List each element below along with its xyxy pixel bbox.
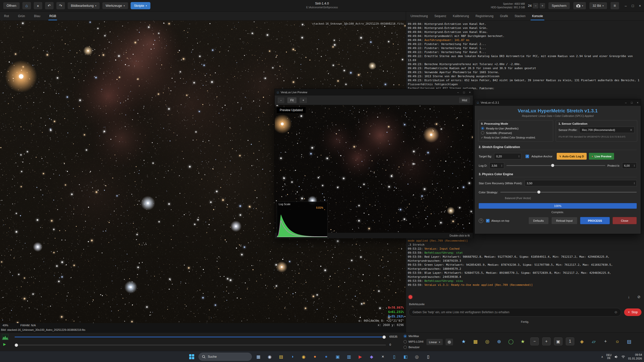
preview-hist-button[interactable]: Hist (459, 97, 470, 104)
gimp-icon[interactable]: ◎ (412, 352, 422, 361)
stepper-plus-button[interactable]: + (540, 3, 545, 9)
clear-console-icon[interactable]: ⊘ (637, 295, 640, 299)
task-view-icon[interactable]: ▦ (254, 352, 263, 361)
preview-titlebar[interactable]: □ VeraLux Live Preview – □ × (275, 89, 473, 96)
radio-user[interactable]: Benutzer (404, 344, 423, 350)
scale-mode-select[interactable]: Linear▾ (426, 339, 443, 345)
preview-zoom-out-button[interactable]: - (277, 97, 285, 104)
snapshot-button[interactable]: ▾ (573, 2, 586, 10)
star-core-input[interactable]: 3,50 ▴▾ (525, 180, 637, 186)
adaptive-anchor-checkbox[interactable]: ✓ (526, 155, 529, 158)
thunderbird-icon[interactable]: ● (321, 352, 331, 361)
obsidian-icon[interactable]: ◆ (367, 352, 376, 361)
export-log-icon[interactable]: ↓ (628, 295, 630, 299)
ruler-icon[interactable]: ▱ (589, 337, 598, 346)
undo-button[interactable]: ↶ (45, 2, 54, 10)
zoom-in-icon[interactable]: + (542, 337, 551, 345)
tab-conversion[interactable]: Umrechnung (408, 12, 430, 20)
always-on-top-toggle[interactable]: ✓ Always on top (486, 219, 509, 222)
language-indicator[interactable]: DEU DE (606, 354, 612, 360)
spinner-icon[interactable]: ▴▾ (632, 164, 635, 167)
tab-sequence[interactable]: Sequenz (432, 12, 449, 20)
image-stack-icon[interactable]: ▤ (625, 337, 633, 346)
crosshair-icon[interactable]: + (601, 337, 610, 346)
photometry-image-icon[interactable]: ▦ (471, 337, 480, 346)
preview-fit-button[interactable]: Fit (287, 97, 297, 104)
spinner-icon[interactable]: ▴▾ (632, 182, 635, 185)
target-bg-input[interactable]: 0,20 ▴▾ (494, 153, 521, 159)
radio-scientific[interactable]: Scientific (Preserve) (481, 131, 550, 134)
close-icon[interactable]: × (639, 4, 641, 8)
save-button[interactable]: Speichern (548, 2, 570, 9)
tab-red-channel[interactable]: Rot (3, 12, 10, 20)
tray-chevron-up-icon[interactable]: ∧ (601, 355, 603, 358)
chrome-icon[interactable]: ◉ (299, 352, 308, 361)
scripts-menu[interactable]: Skripte▾ (131, 2, 150, 9)
sensor-profile-select[interactable]: Rec.709 (Recommended) ≡ (579, 127, 634, 133)
histogram-thumbnail-icon[interactable] (2, 334, 9, 341)
slider-handle[interactable] (551, 164, 554, 167)
display-settings-button[interactable] (445, 338, 453, 346)
start-button[interactable] (187, 352, 197, 361)
maximize-icon[interactable]: □ (463, 91, 465, 94)
astrometry-globe-icon[interactable]: ⊕ (495, 337, 503, 346)
aperture-icon[interactable]: ◎ (483, 337, 492, 346)
always-on-top-checkbox[interactable]: ✓ (486, 219, 490, 222)
taskbar-clock[interactable]: 09:54 01.01.2026 (628, 353, 642, 360)
spinner-icon[interactable]: ▴▾ (500, 164, 502, 167)
tab-plot[interactable]: Grafik (498, 12, 511, 20)
fit-view-icon[interactable]: ▣ (554, 337, 562, 345)
redo-button[interactable]: ↷ (56, 2, 65, 10)
taskbar-search[interactable]: Suche (198, 353, 252, 361)
explorer-icon[interactable]: ▤ (276, 352, 286, 361)
layers-icon[interactable]: ◈ (578, 337, 586, 346)
one-to-one-icon[interactable]: 1 (566, 337, 574, 345)
minimize-icon[interactable]: – (625, 101, 627, 104)
stop-button[interactable]: × Stop (624, 308, 641, 316)
youtube-icon[interactable]: ▶ (355, 352, 365, 361)
minimize-icon[interactable]: – (457, 91, 459, 94)
tab-stacking[interactable]: Stacken (512, 12, 528, 20)
code-icon[interactable]: ◧ (401, 352, 410, 361)
record-button[interactable]: ● (33, 2, 43, 10)
process-button[interactable]: PROCESS (580, 217, 610, 224)
radio-ready-to-use[interactable]: Ready-to-Use (Aesthetic) (481, 127, 550, 130)
low-cutoff-slider[interactable] (15, 343, 386, 347)
log-d-input[interactable]: 3,56 ▴▾ (490, 162, 504, 169)
sun-icon[interactable]: ☼ (613, 337, 622, 346)
defaults-button[interactable]: Defaults (529, 217, 549, 224)
notepad-icon[interactable]: ▯ (389, 352, 399, 361)
live-preview-button[interactable]: ● Live Preview (589, 153, 614, 160)
close-icon[interactable]: × (637, 101, 638, 104)
open-button[interactable]: Öffnen (3, 2, 20, 9)
minimize-icon[interactable]: – (625, 4, 627, 8)
writer-icon[interactable]: ▥ (344, 352, 354, 361)
preview-image-area[interactable]: Preview Updated Log Scale 0.01% (275, 105, 473, 233)
annotation-sparkle-icon[interactable]: ★ (459, 337, 468, 346)
copilot-icon[interactable]: ◉ (265, 352, 274, 361)
autostretch-icon[interactable]: ▶ (3, 342, 6, 346)
tab-blue-channel[interactable]: Blau (33, 12, 41, 20)
low-slider-handle[interactable] (15, 343, 18, 347)
maximize-icon[interactable]: □ (632, 4, 634, 8)
color-strategy-slider[interactable] (500, 189, 637, 195)
edge-icon[interactable]: ◑ (288, 352, 297, 361)
reload-input-button[interactable]: Reload Input (551, 217, 577, 224)
auto-calc-button[interactable]: ϟ Auto-Calc Log D (557, 153, 587, 160)
photos-icon[interactable]: ▣ (333, 352, 342, 361)
slider-handle[interactable] (537, 190, 541, 194)
firefox-icon[interactable]: ● (310, 352, 320, 361)
symbol-picker-icon[interactable]: ☺ (614, 310, 618, 314)
close-icon[interactable]: × (469, 91, 471, 94)
protect-b-input[interactable]: 6,00 ▴▾ (622, 162, 637, 169)
log-d-slider[interactable] (506, 162, 605, 169)
help-button[interactable]: ? (479, 218, 483, 223)
network-icon[interactable] (621, 355, 625, 358)
veralux-titlebar[interactable]: □ VeraLux v1.3.1 – □ × (475, 99, 641, 106)
tab-green-channel[interactable]: Grün (17, 12, 26, 20)
star-finder-icon[interactable]: ★ (518, 337, 527, 346)
volume-icon[interactable] (615, 355, 618, 358)
zoom-out-icon[interactable]: − (530, 337, 539, 345)
tools-menu[interactable]: Werkzeuge▾ (102, 2, 128, 9)
high-slider-handle[interactable] (382, 335, 386, 339)
